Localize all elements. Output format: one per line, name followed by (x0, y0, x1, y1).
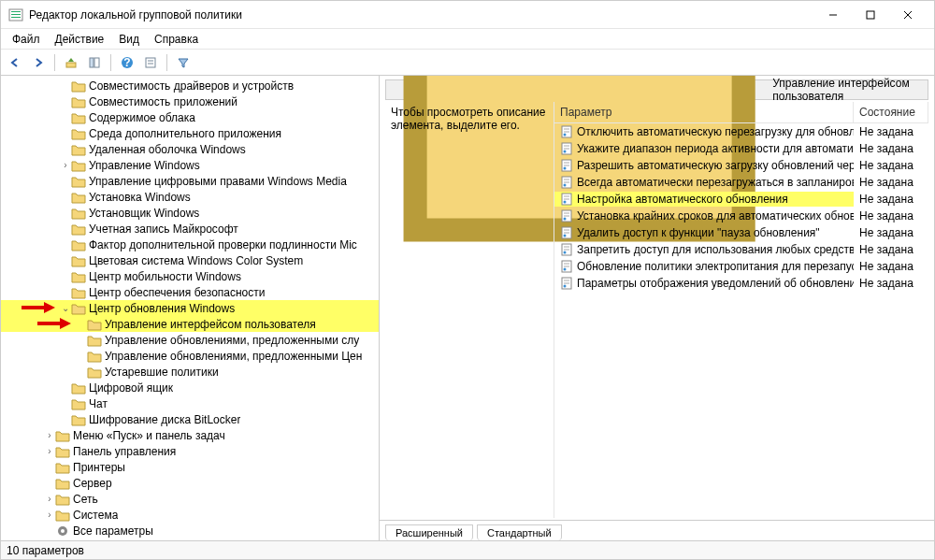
policy-row[interactable]: Обновление политики электропитания для п… (554, 258, 928, 275)
tree-item-label: Удаленная оболочка Windows (89, 143, 246, 156)
description-panel: Чтобы просмотреть описание элемента, выд… (385, 102, 554, 518)
policy-name-cell: Удалить доступ к функции "пауза обновлен… (554, 225, 854, 240)
up-button[interactable] (61, 52, 81, 73)
list-header: Параметр Состояние (554, 102, 928, 123)
policy-row[interactable]: Отключить автоматическую перезагрузку дл… (554, 123, 928, 140)
tree-item[interactable]: ›Меню «Пуск» и панель задач (1, 427, 379, 443)
policy-row[interactable]: Установка крайних сроков для автоматичес… (554, 208, 928, 224)
policy-row[interactable]: Укажите диапазон периода активности для … (554, 140, 928, 157)
tree-item-user-config[interactable]: ⌄Конфигурация пользователя (1, 538, 379, 540)
back-button[interactable] (5, 52, 25, 73)
tree-item[interactable]: ›Панель управления (1, 443, 379, 459)
tree-item[interactable]: Совместимость приложений (1, 93, 379, 109)
tree-item[interactable]: Цветовая система Windows Color System (1, 252, 379, 268)
expand-icon[interactable]: › (44, 494, 55, 504)
show-hide-tree-button[interactable] (84, 52, 105, 73)
policy-state: Не задана (854, 124, 928, 139)
tree-item[interactable]: Все параметры (1, 523, 379, 538)
toolbar-separator (110, 54, 111, 71)
svg-point-54 (564, 251, 567, 254)
policy-state: Не задана (854, 175, 928, 190)
policy-name-cell: Запретить доступ для использования любых… (554, 242, 854, 257)
tree-item[interactable]: Центр мобильности Windows (1, 268, 379, 284)
col-setting[interactable]: Параметр (554, 102, 854, 122)
svg-point-41 (564, 201, 567, 204)
tree-item-label: Управление обновлениями, предложенными Ц… (105, 350, 362, 363)
tree-item[interactable]: ⌄Центр обновления Windows (1, 300, 379, 316)
svg-rect-10 (94, 58, 99, 67)
help-button[interactable]: ? (117, 52, 137, 73)
minimize-button[interactable] (814, 2, 852, 28)
menu-help[interactable]: Справка (147, 31, 206, 48)
tree-item[interactable]: Учетная запись Майкрософт (1, 221, 379, 237)
tree-item-label: Установка Windows (89, 191, 191, 204)
policy-row[interactable]: Запретить доступ для использования любых… (554, 241, 928, 258)
tree-item[interactable]: Принтеры (1, 459, 379, 475)
col-state[interactable]: Состояние (854, 102, 928, 122)
policy-name: Отключить автоматическую перезагрузку дл… (577, 125, 854, 138)
tree-item-label: Управление интерфейсом пользователя (105, 318, 316, 331)
tree-item[interactable]: Среда дополнительного приложения (1, 125, 379, 141)
tree-item[interactable]: ›Управление Windows (1, 157, 379, 173)
policy-name-cell: Отключить автоматическую перезагрузку дл… (554, 124, 854, 139)
tree-item[interactable]: Управление цифровыми правами Windows Med… (1, 173, 379, 189)
tab-standard[interactable]: Стандартный (477, 524, 562, 540)
tree-item[interactable]: Удаленная оболочка Windows (1, 141, 379, 157)
policy-state: Не задана (854, 208, 928, 223)
tree-item[interactable]: Устаревшие политики (1, 364, 379, 380)
tree-item[interactable]: ›Сеть (1, 491, 379, 507)
policy-row[interactable]: Параметры отображения уведомлений об обн… (554, 275, 928, 292)
title-bar: Редактор локальной групповой политики (1, 1, 934, 29)
svg-point-58 (564, 268, 567, 271)
tree-item-label: Цифровой ящик (89, 381, 173, 395)
policy-name-cell: Обновление политики электропитания для п… (554, 259, 854, 274)
forward-button[interactable] (28, 52, 49, 73)
expand-icon[interactable]: › (44, 446, 55, 456)
tree-item[interactable]: Установщик Windows (1, 205, 379, 221)
expand-icon[interactable]: ⌄ (60, 303, 71, 313)
list-rows[interactable]: Отключить автоматическую перезагрузку дл… (554, 123, 928, 518)
policy-name: Разрешить автоматическую загрузку обновл… (577, 159, 854, 172)
tree-item[interactable]: Цифровой ящик (1, 380, 379, 395)
policy-row[interactable]: Разрешить автоматическую загрузку обновл… (554, 157, 928, 174)
tree-item[interactable]: Управление обновлениями, предложенными с… (1, 332, 379, 348)
svg-point-19 (61, 529, 65, 533)
close-button[interactable] (889, 2, 927, 28)
properties-button[interactable] (140, 52, 161, 73)
policy-row[interactable]: Всегда автоматически перезагружаться в з… (554, 174, 928, 191)
maximize-button[interactable] (852, 2, 889, 28)
menu-file[interactable]: Файл (5, 31, 48, 48)
policy-state: Не задана (854, 192, 928, 207)
tree-item[interactable]: Управление интерфейсом пользователя (1, 316, 379, 332)
menu-view[interactable]: Вид (111, 31, 147, 48)
tree-item-label: Совместимость драйверов и устройств (89, 79, 294, 93)
menu-action[interactable]: Действие (48, 31, 112, 48)
tree-item[interactable]: Шифрование диска BitLocker (1, 411, 379, 427)
tree-item[interactable]: Установка Windows (1, 189, 379, 205)
filter-button[interactable] (173, 52, 194, 73)
policy-row[interactable]: Удалить доступ к функции "пауза обновлен… (554, 224, 928, 241)
expand-icon[interactable]: › (44, 430, 55, 440)
tree-item[interactable]: ›Система (1, 507, 379, 523)
svg-rect-2 (11, 14, 21, 15)
tree-item-label: Шифрование диска BitLocker (89, 413, 240, 426)
content-title: Управление интерфейсом пользователя (772, 77, 922, 103)
toolbar: ? (1, 50, 934, 76)
tree-item[interactable]: Сервер (1, 475, 379, 491)
tree-item[interactable]: Совместимость драйверов и устройств (1, 78, 379, 93)
policy-row[interactable]: Настройка автоматического обновленияНе з… (554, 191, 928, 208)
content-header: Управление интерфейсом пользователя (385, 79, 928, 100)
tree-item[interactable]: Содержимое облака (1, 109, 379, 125)
policy-name-cell: Установка крайних сроков для автоматичес… (554, 208, 854, 223)
policy-name: Запретить доступ для использования любых… (577, 243, 854, 256)
policy-state: Не задана (854, 158, 928, 173)
tree-item[interactable]: Фактор дополнительной проверки подлиннос… (1, 237, 379, 252)
expand-icon[interactable]: › (60, 160, 71, 170)
expand-icon[interactable]: › (44, 510, 55, 520)
tree-item-label: Цветовая система Windows Color System (89, 254, 303, 267)
tree-item[interactable]: Управление обновлениями, предложенными Ц… (1, 348, 379, 364)
tab-extended[interactable]: Расширенный (385, 524, 473, 540)
tree-item[interactable]: Чат (1, 395, 379, 411)
tree-item[interactable]: Центр обеспечения безопасности (1, 284, 379, 300)
tree-pane[interactable]: Совместимость драйверов и устройствСовме… (1, 76, 380, 540)
